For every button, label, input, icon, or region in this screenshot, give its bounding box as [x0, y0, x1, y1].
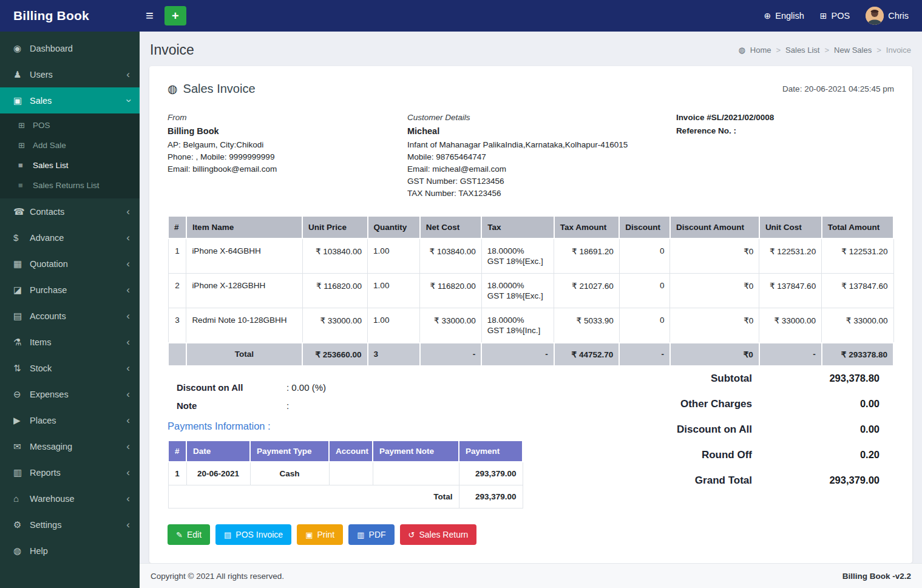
avatar	[866, 7, 884, 25]
warehouse-icon: ⌂	[13, 493, 30, 504]
discount-on-all-value: : 0.00 (%)	[286, 382, 326, 393]
customer-address: Infant of Mahanagar PalikaIndia,Karnatak…	[407, 139, 676, 151]
table-row: 1 20-06-2021 Cash 293,379.00	[168, 462, 523, 485]
sales-returns-list-icon: ≡	[18, 181, 33, 190]
sidebar-item-places[interactable]: ▶ Places ‹	[0, 407, 140, 433]
customer-gst: GST Number: GST123456	[407, 175, 676, 188]
sidebar-item-quotation[interactable]: ▦ Quotation ‹	[0, 251, 140, 277]
sidebar-item-dashboard[interactable]: ◉ Dashboard	[0, 35, 140, 61]
chevron-left-icon: ‹	[126, 284, 130, 296]
col-sno: #	[168, 216, 186, 238]
flask-icon: ⚗	[13, 337, 30, 348]
sales-return-button[interactable]: ↺ Sales Return	[400, 524, 477, 545]
pay-col-note: Payment Note	[373, 441, 459, 462]
breadcrumb-home[interactable]: Home	[750, 46, 771, 55]
items-header-row: # Item Name Unit Price Quantity Net Cost…	[168, 216, 893, 238]
seller-address: AP: Belgaum, City:Chikodi	[168, 139, 407, 151]
breadcrumb-sales-list[interactable]: Sales List	[785, 46, 819, 55]
expenses-icon: ⊖	[13, 389, 30, 400]
discount-on-all-label: Discount on All	[168, 382, 286, 393]
edit-button[interactable]: ✎ Edit	[168, 524, 210, 545]
places-icon: ▶	[13, 415, 30, 426]
file-icon: ▤	[224, 530, 231, 539]
pay-col-payment: Payment	[459, 441, 523, 462]
sidebar-item-sales[interactable]: ▣ Sales ‹	[0, 87, 140, 113]
sidebar-item-users[interactable]: ♟ Users ‹	[0, 61, 140, 87]
user-menu[interactable]: Chris	[866, 7, 909, 25]
language-selector[interactable]: ⊕ English	[764, 11, 804, 21]
sidebar-item-expenses[interactable]: ⊖ Expenses ‹	[0, 381, 140, 407]
chevron-left-icon: ‹	[126, 388, 130, 400]
seller-details: From Billing Book AP: Belgaum, City:Chik…	[168, 112, 407, 200]
sidebar-item-advance[interactable]: $ Advance ‹	[0, 225, 140, 251]
print-button[interactable]: ▣ Print	[297, 524, 343, 545]
sales-list-icon: ≡	[18, 161, 33, 170]
pos-icon: ⊞	[820, 11, 827, 21]
invoice-card: ◍ Sales Invoice Date: 20-06-2021 04:25:4…	[149, 66, 912, 563]
sidebar-item-contacts[interactable]: ☎ Contacts ‹	[0, 198, 140, 225]
language-label: English	[775, 11, 804, 21]
pos-grid-icon: ⊞	[18, 121, 33, 130]
sidebar: ◉ Dashboard ♟ Users ‹ ▣ Sales ‹ ⊞ POS ⊞	[0, 32, 140, 588]
main-content: Invoice ◍ Home > Sales List > New Sales …	[140, 32, 922, 588]
invoice-meta: Invoice #SL/2021/02/0008 Reference No. :	[676, 112, 894, 200]
accounts-icon: ▤	[13, 311, 30, 322]
sidebar-subitem-add-sale[interactable]: ⊞ Add Sale	[0, 135, 140, 155]
pay-col-type: Payment Type	[250, 441, 329, 462]
breadcrumb-current: Invoice	[886, 46, 911, 55]
payments-total-row: Total 293,379.00	[168, 485, 523, 509]
items-total-row: Total ₹ 253660.00 3 - - ₹ 44752.70 - ₹0 …	[168, 343, 893, 366]
sidebar-item-settings[interactable]: ⚙ Settings ‹	[0, 512, 140, 538]
sidebar-item-help[interactable]: ◍ Help	[0, 538, 140, 564]
col-discount: Discount	[619, 216, 670, 238]
from-label: From	[168, 112, 407, 124]
sidebar-item-messaging[interactable]: ✉ Messaging ‹	[0, 433, 140, 459]
invoice-date: Date: 20-06-2021 04:25:45 pm	[782, 84, 894, 93]
undo-icon: ↺	[408, 530, 415, 539]
breadcrumb: ◍ Home > Sales List > New Sales > Invoic…	[738, 46, 911, 55]
chevron-left-icon: ‹	[126, 336, 130, 348]
reports-icon: ▥	[13, 467, 30, 478]
summary-other-charges: Other Charges 0.00	[639, 398, 880, 410]
pos-label: POS	[832, 11, 850, 21]
page-title: Invoice	[150, 42, 194, 58]
menu-toggle-icon[interactable]: ≡	[142, 8, 157, 23]
action-buttons: ✎ Edit ▤ POS Invoice ▣ Print	[168, 524, 639, 545]
customer-details: Customer Details Micheal Infant of Mahan…	[407, 112, 676, 200]
app-brand[interactable]: Billing Book	[0, 8, 140, 23]
reference-number: Reference No. :	[676, 125, 894, 137]
chevron-left-icon: ‹	[126, 519, 130, 531]
sidebar-item-warehouse[interactable]: ⌂ Warehouse ‹	[0, 485, 140, 512]
globe-icon: ◍	[168, 82, 178, 96]
col-unit-cost: Unit Cost	[759, 216, 822, 238]
customer-email: Email: micheal@email.com	[407, 163, 676, 175]
pdf-button[interactable]: ▥ PDF	[348, 524, 394, 545]
sidebar-item-stock[interactable]: ⇅ Stock ‹	[0, 355, 140, 381]
chevron-left-icon: ‹	[126, 206, 130, 218]
customer-mobile: Mobile: 98765464747	[407, 151, 676, 163]
pos-invoice-button[interactable]: ▤ POS Invoice	[215, 524, 291, 545]
chevron-left-icon: ‹	[126, 493, 130, 505]
users-icon: ♟	[13, 69, 30, 80]
col-discount-amount: Discount Amount	[670, 216, 759, 238]
breadcrumb-new-sales[interactable]: New Sales	[834, 46, 872, 55]
sidebar-item-accounts[interactable]: ▤ Accounts ‹	[0, 303, 140, 329]
app-version: Billing Book -v2.2	[842, 572, 911, 581]
sidebar-subitem-sales-list[interactable]: ≡ Sales List	[0, 155, 140, 175]
sales-submenu: ⊞ POS ⊞ Add Sale ≡ Sales List ≡ Sales Re…	[0, 113, 140, 198]
seller-phone: Phone: , Mobile: 9999999999	[168, 151, 407, 163]
chevron-left-icon: ‹	[126, 467, 130, 479]
gear-icon: ⚙	[13, 519, 30, 530]
purchase-icon: ◪	[13, 285, 30, 296]
col-quantity: Quantity	[368, 216, 420, 238]
sidebar-item-purchase[interactable]: ◪ Purchase ‹	[0, 277, 140, 303]
col-net-cost: Net Cost	[420, 216, 482, 238]
sidebar-item-items[interactable]: ⚗ Items ‹	[0, 329, 140, 355]
pos-shortcut[interactable]: ⊞ POS	[820, 11, 850, 21]
sidebar-subitem-pos[interactable]: ⊞ POS	[0, 115, 140, 135]
quick-add-button[interactable]: +	[164, 6, 186, 25]
invoice-number: Invoice #SL/2021/02/0008	[676, 112, 894, 124]
sidebar-subitem-sales-returns-list[interactable]: ≡ Sales Returns List	[0, 175, 140, 195]
sidebar-item-reports[interactable]: ▥ Reports ‹	[0, 459, 140, 485]
items-table: # Item Name Unit Price Quantity Net Cost…	[168, 215, 894, 367]
